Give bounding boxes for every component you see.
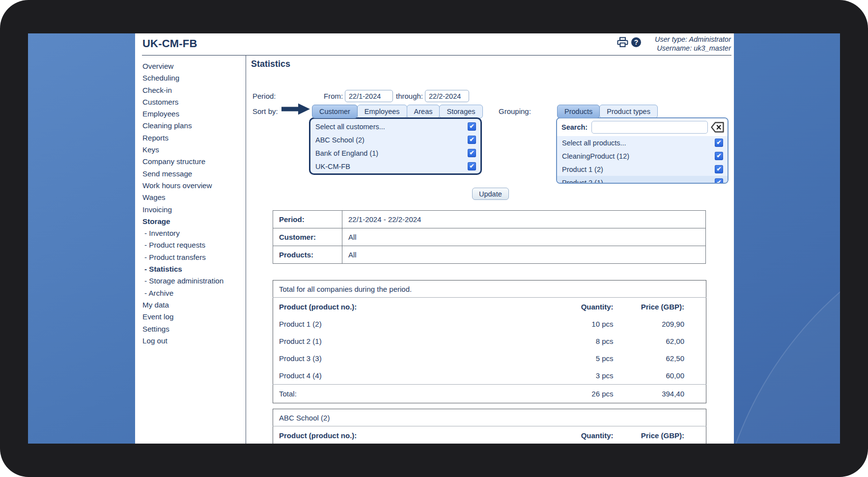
table-title-row: Total for all companies during the perio…: [273, 281, 706, 298]
checkbox[interactable]: ✔: [715, 139, 723, 147]
checkbox[interactable]: ✔: [715, 165, 723, 173]
list-item-label: Product 2 (1): [562, 179, 603, 184]
help-icon[interactable]: ?: [631, 37, 641, 47]
table-cell: Product 3 (3): [273, 350, 531, 367]
through-date-input[interactable]: [425, 90, 469, 102]
list-item[interactable]: Bank of England (1)✔: [310, 146, 480, 160]
sidebar-item-product-requests[interactable]: - Product requests: [135, 239, 246, 251]
list-item[interactable]: UK-CM-FB✔: [310, 160, 480, 173]
table-cell: 62,00: [619, 333, 706, 350]
sidebar-item-customers[interactable]: Customers: [135, 96, 246, 108]
table-cell: 8 pcs: [531, 333, 619, 350]
sidebar-item-reports[interactable]: Reports: [135, 132, 246, 144]
table-cell: Product 4 (4): [273, 367, 531, 385]
summary-row: Period:22/1-2024 - 22/2-2024: [273, 211, 706, 228]
search-input[interactable]: [591, 121, 708, 134]
totals-table: Total for all companies during the perio…: [273, 280, 706, 403]
product-select-panel: Search: Select all products...✔CleaningP…: [556, 117, 728, 184]
sidebar-item-archive[interactable]: - Archive: [135, 287, 246, 299]
period-label: Period:: [252, 92, 276, 100]
table-cell: 10 pcs: [531, 315, 619, 333]
sidebar-item-storage[interactable]: Storage: [135, 216, 246, 227]
summary-row-label: Products:: [273, 246, 342, 264]
checkbox[interactable]: ✔: [468, 122, 476, 131]
list-item-label: Product 1 (2): [562, 166, 603, 173]
tab-customer[interactable]: Customer: [312, 105, 358, 118]
table-total-row: Total:26 pcs394,40: [273, 385, 706, 403]
sidebar-item-check-in[interactable]: Check-in: [135, 84, 246, 96]
list-item[interactable]: Select all customers...✔: [310, 120, 480, 133]
grouping-label: Grouping:: [499, 107, 531, 115]
list-item-label: CleaningProduct (12): [562, 152, 629, 160]
total-cell: Total:: [273, 385, 531, 403]
sidebar-item-storage-administration[interactable]: - Storage administration: [135, 275, 246, 287]
tab-areas[interactable]: Areas: [407, 105, 440, 118]
table-cell: 60,00: [619, 367, 706, 385]
list-item[interactable]: ABC School (2)✔: [310, 133, 480, 146]
column-header: Product (product no.):: [273, 426, 531, 444]
tab-employees[interactable]: Employees: [357, 105, 407, 118]
table-header-row: Product (product no.):Quantity:Price (GB…: [273, 298, 706, 316]
summary-row-label: Period:: [273, 211, 342, 228]
from-label: From:: [324, 92, 343, 100]
column-header: Price (GBP):: [619, 298, 706, 316]
column-header: Product (product no.):: [273, 298, 531, 316]
username-text: Username: uk3_master: [655, 44, 731, 53]
checkbox[interactable]: ✔: [468, 136, 476, 144]
sidebar-item-send-message[interactable]: Send message: [135, 168, 246, 180]
sidebar-item-my-data[interactable]: My data: [135, 299, 246, 311]
sidebar-item-cleaning-plans[interactable]: Cleaning plans: [135, 120, 246, 132]
device-frame: UK-CM-FB ? User type: Administrator User…: [0, 0, 868, 477]
tab-products[interactable]: Products: [557, 105, 600, 118]
sidebar-item-settings[interactable]: Settings: [135, 323, 246, 335]
sidebar-item-log-out[interactable]: Log out: [135, 335, 246, 347]
table-cell: Product 2 (1): [273, 333, 531, 350]
checkbox[interactable]: ✔: [468, 162, 476, 170]
summary-table: Period:22/1-2024 - 22/2-2024Customer:All…: [273, 210, 706, 264]
sidebar-item-work-hours-overview[interactable]: Work hours overview: [135, 180, 246, 192]
print-icon[interactable]: [617, 37, 628, 48]
clear-search-icon[interactable]: [710, 121, 725, 133]
list-item-label: UK-CM-FB: [315, 163, 350, 170]
table-row: Product 3 (3)5 pcs62,50: [273, 350, 706, 367]
list-item[interactable]: Select all products...✔: [557, 136, 728, 149]
from-date-input[interactable]: [345, 90, 393, 102]
summary-row-value: All: [342, 228, 706, 246]
tab-product-types[interactable]: Product types: [599, 105, 658, 118]
table-cell: 5 pcs: [531, 350, 619, 367]
summary-row-value: All: [342, 246, 706, 264]
checkbox[interactable]: ✔: [715, 178, 723, 184]
tab-storages[interactable]: Storages: [439, 105, 482, 118]
column-header: Quantity:: [531, 298, 619, 316]
grouping-tabs: ProductsProduct types: [557, 105, 657, 118]
list-item[interactable]: Product 2 (1)✔: [557, 176, 728, 184]
sidebar-item-product-transfers[interactable]: - Product transfers: [135, 252, 246, 263]
customer-select-list: Select all customers...✔ABC School (2)✔B…: [309, 117, 482, 175]
summary-row-label: Customer:: [273, 228, 342, 246]
list-item[interactable]: CleaningProduct (12)✔: [557, 149, 728, 163]
customer-detail-table: ABC School (2) Product (product no.):Qua…: [273, 409, 706, 444]
sidebar-item-wages[interactable]: Wages: [135, 192, 246, 203]
sidebar-item-overview[interactable]: Overview: [135, 60, 246, 72]
table-title-row: ABC School (2): [273, 409, 706, 426]
total-cell: 394,40: [619, 385, 706, 403]
sidebar-item-event-log[interactable]: Event log: [135, 311, 246, 323]
checkbox[interactable]: ✔: [468, 149, 476, 157]
search-label: Search:: [561, 123, 588, 131]
sidebar-item-employees[interactable]: Employees: [135, 108, 246, 120]
sidebar-item-invoicing[interactable]: Invoicing: [135, 204, 246, 216]
sidebar-item-scheduling[interactable]: Scheduling: [135, 72, 246, 84]
sidebar-item-inventory[interactable]: - Inventory: [135, 227, 246, 239]
sidebar-item-statistics[interactable]: - Statistics: [135, 263, 246, 275]
desktop-background: UK-CM-FB ? User type: Administrator User…: [28, 33, 840, 444]
table-row: Product 1 (2)10 pcs209,90: [273, 315, 706, 333]
list-item[interactable]: Product 1 (2)✔: [557, 163, 728, 176]
update-button[interactable]: Update: [472, 188, 509, 200]
customer-table-title: ABC School (2): [273, 409, 706, 426]
sidebar-item-company-structure[interactable]: Company structure: [135, 156, 246, 168]
sidebar-item-keys[interactable]: Keys: [135, 144, 246, 156]
list-item-label: ABC School (2): [315, 136, 364, 144]
app-window: UK-CM-FB ? User type: Administrator User…: [135, 33, 734, 444]
checkbox[interactable]: ✔: [715, 152, 723, 160]
table-cell: 209,90: [619, 315, 706, 333]
